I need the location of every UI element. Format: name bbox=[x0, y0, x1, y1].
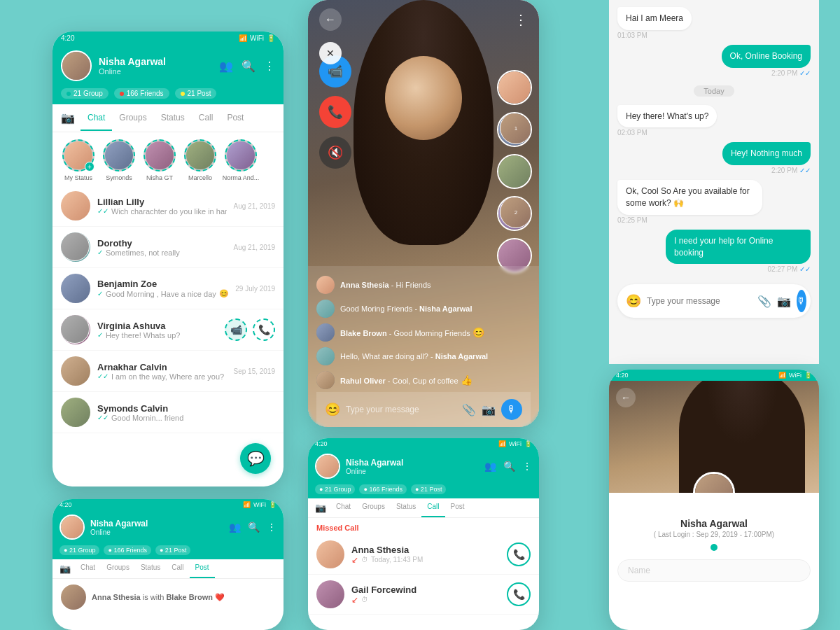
chat-name-lillian: Lillian Lilly bbox=[97, 197, 227, 207]
header-info: Nisha Agarwal Online bbox=[99, 56, 212, 76]
mini-tab-status[interactable]: Status bbox=[135, 559, 166, 578]
tab-groups[interactable]: Groups bbox=[112, 106, 153, 131]
attach-button[interactable]: 📎 bbox=[462, 403, 476, 416]
mini-tab-status-4[interactable]: Status bbox=[391, 498, 421, 517]
mini-tab-groups[interactable]: Groups bbox=[101, 559, 135, 578]
chat-time-benjamin: 29 July 2019 bbox=[235, 285, 275, 293]
close-call-button[interactable]: ✕ bbox=[319, 42, 342, 64]
mini-camera-tab-4[interactable]: 📷 bbox=[311, 498, 330, 517]
mini-tab-call-4[interactable]: Call bbox=[421, 498, 444, 517]
mini-group-icon-4[interactable]: 👥 bbox=[484, 461, 496, 472]
message-input[interactable] bbox=[346, 405, 456, 414]
story-symonds[interactable]: Symonds bbox=[99, 139, 139, 181]
mini-tab-bar-4: 📷 Chat Groups Status Call Post bbox=[308, 498, 539, 518]
chat-preview-lillian: ✓✓ Wich charachter do you like in han... bbox=[97, 207, 227, 216]
stat-group: 21 Group bbox=[61, 88, 108, 99]
mini-time-4: 4:20 bbox=[315, 440, 328, 447]
chat-message-input[interactable] bbox=[647, 296, 752, 306]
mini-stats-4: ● 21 Group ● 166 Friends ● 21 Post bbox=[308, 484, 539, 498]
mini-more-icon-4[interactable]: ⋮ bbox=[522, 461, 532, 472]
profile-online-indicator bbox=[617, 544, 811, 551]
camera-tab-icon[interactable]: 📷 bbox=[55, 104, 80, 132]
story-name-marcello: Marcello bbox=[188, 174, 212, 181]
side-avatar-3[interactable] bbox=[497, 154, 532, 189]
tab-post[interactable]: Post bbox=[220, 106, 251, 131]
mini-group-icon[interactable]: 👥 bbox=[229, 522, 241, 533]
call-back-button-gail[interactable]: 📞 bbox=[507, 582, 531, 606]
mini-status-4: Online bbox=[346, 468, 479, 475]
mini-tab-chat[interactable]: Chat bbox=[75, 559, 101, 578]
phone-call-btn[interactable]: 📞 bbox=[253, 318, 275, 341]
mic-button[interactable]: 🎙 bbox=[501, 399, 522, 420]
mini-time-3: 4:20 bbox=[59, 501, 72, 508]
chat-name-virginia: Virginia Ashuva bbox=[97, 321, 218, 331]
chat-item-benjamin[interactable]: Benjamin Zoe ✓ Good Morning , Have a nic… bbox=[52, 268, 284, 309]
story-nisha[interactable]: Nisha GT bbox=[139, 139, 180, 181]
bubble-online-booking: Ok, Online Booking bbox=[722, 45, 811, 68]
mic-input-button[interactable]: 🎙 bbox=[797, 290, 806, 312]
missed-call-label: Missed Call bbox=[308, 518, 539, 535]
avatar-symonds bbox=[61, 398, 90, 427]
call-avatar-gail bbox=[316, 580, 344, 608]
mini-stat-friends: ● 166 Friends bbox=[104, 545, 150, 555]
call-item-gail[interactable]: Gail Forcewind ↙ ⏱ 📞 bbox=[308, 575, 539, 615]
mute-button[interactable]: 🔇 bbox=[319, 136, 351, 169]
side-avatar-4[interactable]: 2 bbox=[497, 196, 532, 231]
msg-hey-there: Hey there! What's up? 02:03 PM bbox=[617, 105, 811, 137]
avatar-dorothy bbox=[61, 232, 90, 262]
mini-actions-4: 👥 🔍 ⋮ bbox=[484, 461, 532, 472]
mini-status-bar-3: 4:20 📶 WiFi 🔋 bbox=[52, 499, 284, 510]
video-top-bar: ← ⋮ bbox=[308, 0, 539, 39]
emoji-input-button[interactable]: 😊 bbox=[626, 293, 641, 309]
back-button[interactable]: ← bbox=[319, 8, 342, 31]
video-call-btn[interactable]: 📹 bbox=[225, 318, 247, 341]
mini-more-icon[interactable]: ⋮ bbox=[267, 522, 276, 533]
group-icon[interactable]: 👥 bbox=[219, 59, 233, 73]
search-icon[interactable]: 🔍 bbox=[241, 59, 255, 73]
camera-input-button[interactable]: 📷 bbox=[777, 295, 791, 308]
tab-call[interactable]: Call bbox=[192, 106, 220, 131]
compose-fab[interactable]: 💬 bbox=[240, 443, 271, 474]
story-marcello[interactable]: Marcello bbox=[180, 139, 220, 181]
mini-signal: 📶 bbox=[243, 501, 251, 508]
mini-wifi-5: WiFi bbox=[789, 372, 802, 379]
story-norma[interactable]: Norma And... bbox=[220, 139, 261, 181]
more-options-button[interactable]: ⋮ bbox=[514, 11, 528, 28]
call-back-button-anna[interactable]: 📞 bbox=[507, 542, 531, 566]
chat-preview-benjamin: ✓ Good Morning , Have a nice day 😊 bbox=[97, 289, 228, 298]
mini-icons-3: 📶 WiFi 🔋 bbox=[243, 501, 276, 508]
call-item-anna[interactable]: Anna Sthesia ↙ ⏱ Today, 11:43 PM 📞 bbox=[308, 535, 539, 575]
mini-stat-friends-4: ● 166 Friends bbox=[359, 484, 406, 494]
side-avatar-1[interactable] bbox=[497, 70, 532, 105]
attach-input-button[interactable]: 📎 bbox=[757, 295, 771, 308]
group-msg-avatar-nisha2 bbox=[316, 347, 335, 365]
mini-tab-chat-4[interactable]: Chat bbox=[330, 498, 356, 517]
chat-item-symonds[interactable]: Symonds Calvin ✓✓ Good Mornin... friend bbox=[52, 392, 284, 433]
mini-tab-call[interactable]: Call bbox=[166, 559, 189, 578]
side-avatar-2[interactable]: 1 bbox=[497, 112, 532, 147]
mini-name-3: Nisha Agarwal bbox=[90, 519, 223, 528]
chat-item-lillian[interactable]: Lillian Lilly ✓✓ Wich charachter do you … bbox=[52, 186, 284, 227]
tab-chat[interactable]: Chat bbox=[80, 106, 112, 131]
chat-item-dorothy[interactable]: Dorothy ✓ Sometimes, not really Aug 21, … bbox=[52, 227, 284, 268]
end-call-button[interactable]: 📞 bbox=[319, 96, 351, 128]
profile-name: Nisha Agarwal bbox=[617, 518, 811, 529]
camera-button[interactable]: 📷 bbox=[482, 403, 496, 416]
profile-back-button[interactable]: ← bbox=[616, 388, 636, 407]
story-my-status[interactable]: + My Status bbox=[58, 139, 99, 181]
mini-tab-groups-4[interactable]: Groups bbox=[356, 498, 391, 517]
chat-item-arnakhar[interactable]: Arnakhar Calvin ✓✓ I am on the way, Wher… bbox=[52, 351, 284, 392]
mini-camera-tab[interactable]: 📷 bbox=[55, 559, 75, 578]
mini-search-icon-4[interactable]: 🔍 bbox=[503, 461, 515, 472]
more-icon[interactable]: ⋮ bbox=[264, 59, 275, 73]
profile-name-input[interactable]: Name bbox=[617, 559, 811, 582]
tab-status[interactable]: Status bbox=[154, 106, 192, 131]
emoji-button[interactable]: 😊 bbox=[325, 402, 340, 417]
mini-tab-post[interactable]: Post bbox=[190, 559, 215, 578]
video-input-bar: 😊 📎 📷 🎙 bbox=[316, 392, 531, 427]
mini-tab-post-4[interactable]: Post bbox=[445, 498, 470, 517]
group-msg-avatar-anna bbox=[316, 276, 335, 294]
chat-item-virginia[interactable]: Virginia Ashuva ✓ Hey there! Whats up? 📹… bbox=[52, 309, 284, 351]
mini-search-icon[interactable]: 🔍 bbox=[248, 522, 260, 533]
mini-status-bar-4: 4:20 📶 WiFi 🔋 bbox=[308, 438, 539, 449]
